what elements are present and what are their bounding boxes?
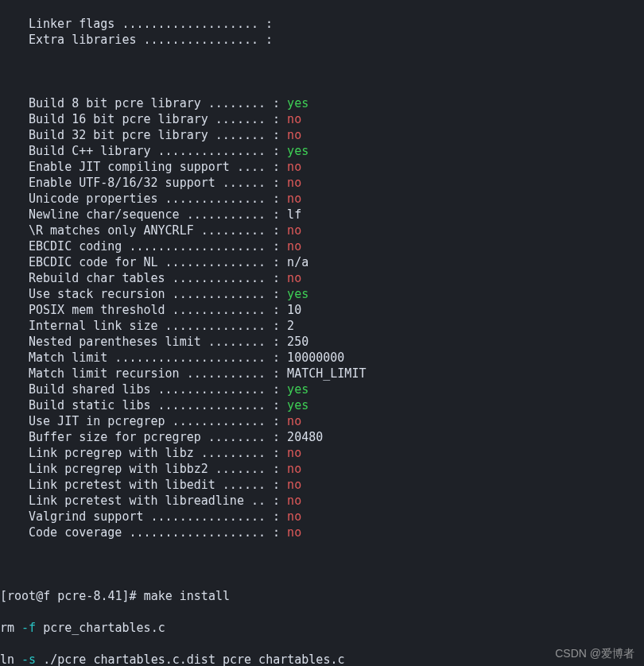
config-label: Link pcregrep with libbz2 ....... : (29, 462, 287, 476)
config-line: Nested parentheses limit ........ : 250 (0, 334, 644, 350)
config-label: POSIX mem threshold ............. : (29, 303, 287, 317)
config-label: Link pcregrep with libz ......... : (29, 446, 287, 460)
config-label: Link pcretest with libedit ...... : (29, 478, 287, 492)
config-value: no (287, 446, 301, 460)
blank-line (0, 556, 644, 572)
config-label: Match limit ..................... : (29, 350, 287, 365)
config-label: EBCDIC coding ................... : (29, 239, 287, 254)
config-line: Build shared libs ............... : yes (0, 381, 644, 397)
config-value: no (287, 239, 301, 254)
config-line: Valgrind support ................ : no (0, 509, 644, 525)
config-line: Build 16 bit pcre library ....... : no (0, 111, 644, 127)
config-value: no (287, 128, 301, 142)
config-line: Build 32 bit pcre library ....... : no (0, 127, 644, 143)
config-line: Build 8 bit pcre library ........ : yes (0, 95, 644, 111)
config-value: no (287, 223, 301, 238)
config-line: Newline char/sequence ........... : lf (0, 207, 644, 223)
config-label: Use JIT in pcregrep ............. : (29, 414, 287, 428)
prompt-line: [root@f pcre-8.41]# make install (0, 588, 644, 604)
blank-line (0, 64, 644, 79)
config-label: Build C++ library ............... : (29, 144, 287, 158)
config-label: Match limit recursion ........... : (29, 366, 287, 381)
config-line: EBCDIC code for NL .............. : n/a (0, 254, 644, 270)
command-text: make install (144, 589, 230, 603)
config-value: yes (287, 96, 308, 110)
config-line: Use stack recursion ............. : yes (0, 286, 644, 302)
ln-line: ln -s ./pcre_chartables.c.dist pcre_char… (0, 652, 644, 666)
config-line: Internal link size .............. : 2 (0, 318, 644, 334)
config-value: yes (287, 398, 308, 412)
config-value: no (287, 478, 301, 492)
config-value: no (287, 176, 301, 190)
config-line: \R matches only ANYCRLF ......... : no (0, 223, 644, 238)
config-line: Enable UTF-8/16/32 support ...... : no (0, 175, 644, 191)
config-line: Code coverage ................... : no (0, 525, 644, 540)
config-line: Link pcretest with libreadline .. : no (0, 493, 644, 509)
config-value: no (287, 271, 301, 285)
config-line: Link pcregrep with libbz2 ....... : no (0, 461, 644, 477)
config-value: 10 (287, 303, 301, 317)
config-line: Extra libraries ................ : (0, 32, 644, 48)
config-line: Link pcregrep with libz ......... : no (0, 445, 644, 461)
config-value: no (287, 494, 301, 508)
config-label: Use stack recursion ............. : (29, 287, 287, 301)
rm-line: rm -f pcre_chartables.c (0, 620, 644, 636)
config-value: 2 (287, 319, 294, 333)
config-label: Build static libs ............... : (29, 398, 287, 412)
config-value: 20480 (287, 430, 323, 444)
config-line: Match limit recursion ........... : MATC… (0, 366, 644, 381)
config-label: Unicode properties .............. : (29, 192, 287, 206)
config-label: Internal link size .............. : (29, 319, 287, 333)
config-value: MATCH_LIMIT (287, 366, 366, 381)
config-label: Build 8 bit pcre library ........ : (29, 96, 287, 110)
config-value: 10000000 (287, 350, 344, 365)
config-label: \R matches only ANYCRLF ......... : (29, 223, 287, 238)
config-line: Use JIT in pcregrep ............. : no (0, 413, 644, 429)
config-value: no (287, 509, 301, 524)
flag: -f (21, 621, 36, 635)
config-value: no (287, 160, 301, 174)
config-label: Link pcretest with libreadline .. : (29, 494, 287, 508)
config-line: Build C++ library ............... : yes (0, 143, 644, 159)
config-value: yes (287, 144, 308, 158)
config-value: yes (287, 382, 308, 397)
config-label: Nested parentheses limit ........ : (29, 335, 287, 349)
config-label: Build 32 bit pcre library ....... : (29, 128, 287, 142)
config-label: Build 16 bit pcre library ....... : (29, 112, 287, 126)
config-line: Rebuild char tables ............. : no (0, 270, 644, 286)
config-label: Enable UTF-8/16/32 support ...... : (29, 176, 287, 190)
config-value: no (287, 525, 301, 540)
config-label: Code coverage ................... : (29, 525, 287, 540)
config-value: no (287, 462, 301, 476)
config-label: EBCDIC code for NL .............. : (29, 255, 287, 269)
config-line: EBCDIC coding ................... : no (0, 238, 644, 254)
config-line: Unicode properties .............. : no (0, 191, 644, 207)
config-value: n/a (287, 255, 308, 269)
config-label: Newline char/sequence ........... : (29, 207, 287, 222)
config-value: no (287, 192, 301, 206)
flag: -s (21, 652, 36, 666)
config-value: no (287, 414, 301, 428)
config-line: Linker flags ................... : (0, 16, 644, 32)
config-line: Buffer size for pcregrep ........ : 2048… (0, 429, 644, 445)
config-value: yes (287, 287, 308, 301)
config-line: Match limit ..................... : 1000… (0, 350, 644, 366)
config-line: Enable JIT compiling support .... : no (0, 159, 644, 175)
config-label: Buffer size for pcregrep ........ : (29, 430, 287, 444)
config-label: Build shared libs ............... : (29, 382, 287, 397)
config-line: Build static libs ............... : yes (0, 397, 644, 413)
prompt-text: [root@f pcre-8.41]# (0, 589, 144, 603)
config-label: Valgrind support ................ : (29, 509, 287, 524)
config-line: Link pcretest with libedit ...... : no (0, 477, 644, 493)
terminal-output: Linker flags ................... :Extra … (0, 0, 644, 666)
config-value: lf (287, 207, 301, 222)
config-label: Rebuild char tables ............. : (29, 271, 287, 285)
config-label: Enable JIT compiling support .... : (29, 160, 287, 174)
config-line: POSIX mem threshold ............. : 10 (0, 302, 644, 318)
config-value: 250 (287, 335, 308, 349)
config-value: no (287, 112, 301, 126)
